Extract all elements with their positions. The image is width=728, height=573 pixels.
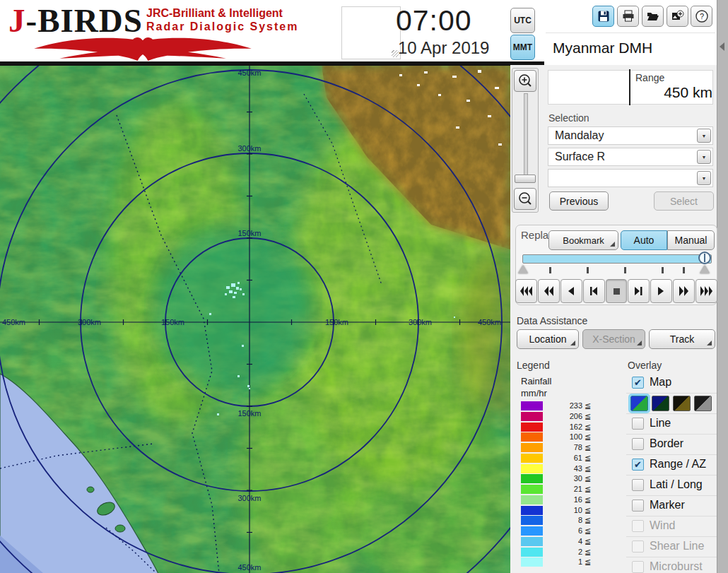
zoom-slider-track[interactable] — [524, 93, 528, 178]
logo-tagline-1: JRC-Brilliant & Intelligent — [146, 7, 283, 20]
overlay-item-lati-long[interactable]: Lati / Long — [626, 475, 717, 496]
select-button[interactable]: Select — [654, 191, 714, 211]
legend-row: 206≦ — [521, 412, 599, 422]
fastest-forward-button[interactable] — [695, 279, 717, 303]
rewind-button[interactable] — [538, 279, 560, 303]
range-ring-label: 150km — [161, 318, 184, 326]
zoom-in-button[interactable] — [514, 70, 536, 92]
radar-echo — [226, 286, 230, 289]
open-folder-button[interactable] — [642, 6, 664, 27]
eagle-logo-icon — [10, 35, 276, 61]
unchecked-checkbox-icon[interactable] — [632, 418, 644, 430]
overlay-item-marker[interactable]: Marker — [626, 496, 717, 516]
product-dropdown-arrow[interactable]: ▼ — [697, 150, 711, 164]
legend-operator: ≦ — [585, 432, 591, 442]
fast-forward-button[interactable] — [673, 279, 695, 303]
step-forward-icon — [632, 285, 645, 297]
previous-button[interactable]: Previous — [549, 191, 609, 211]
radar-echo — [242, 293, 245, 295]
overlay-item-microburst[interactable]: Microburst — [626, 557, 717, 573]
save-button[interactable] — [592, 6, 614, 27]
step-forward-button[interactable] — [628, 279, 650, 303]
range-ring-label: 450km — [2, 318, 25, 326]
mmt-button[interactable]: MMT — [510, 35, 535, 60]
play-forward-icon — [654, 285, 668, 297]
radar-echo — [237, 282, 240, 284]
legend-value: 2 — [544, 548, 582, 556]
manual-button[interactable]: Manual — [667, 230, 715, 250]
timeline-tick — [624, 267, 626, 273]
legend-value: 78 — [544, 443, 582, 451]
overlay-item-range-az[interactable]: ✔Range / AZ — [626, 455, 717, 475]
checked-checkbox-icon[interactable]: ✔ — [632, 377, 644, 389]
range-ring-label: 300km — [409, 318, 432, 326]
legend-operator: ≦ — [585, 506, 591, 515]
logo-birds: -BIRDS — [26, 2, 143, 39]
unchecked-checkbox-icon[interactable] — [632, 438, 644, 450]
legend-color-swatch — [521, 432, 543, 442]
panel-collapse-strip[interactable] — [717, 0, 728, 573]
zoom-slider-handle[interactable] — [515, 175, 536, 183]
map-style-swatch-3[interactable] — [673, 396, 691, 411]
overlay-item-shear-line[interactable]: Shear Line — [626, 537, 717, 557]
radar-echo — [249, 388, 250, 389]
site-dropdown-arrow[interactable]: ▼ — [697, 129, 711, 143]
clock-display-box[interactable] — [341, 6, 401, 59]
map-style-swatch-2[interactable] — [652, 396, 669, 411]
x-section-button[interactable]: X-Section — [582, 329, 645, 349]
legend-row: 4≦ — [521, 537, 599, 547]
jbirds-logo: J-BIRDS — [8, 4, 143, 37]
overlay-item-map[interactable]: ✔Map — [626, 373, 717, 394]
timeline-end-marker[interactable] — [700, 265, 710, 273]
playback-controls — [515, 279, 717, 303]
product-dropdown[interactable]: Surface R ▼ — [548, 148, 713, 166]
play-forward-button[interactable] — [650, 279, 672, 303]
help-button[interactable]: ? — [691, 6, 712, 27]
radar-map-display[interactable]: 450km300km150km150km300km450km450km300km… — [0, 65, 510, 573]
timeline-tick — [549, 267, 551, 273]
bookmark-button[interactable]: Bookmark — [548, 230, 618, 250]
print-button[interactable] — [617, 6, 639, 27]
map-style-swatch-4[interactable] — [694, 396, 712, 411]
add-image-button[interactable] — [667, 6, 688, 27]
timeline-tick — [662, 267, 664, 273]
overlay-item-line[interactable]: Line — [626, 414, 717, 435]
fastest-forward-icon — [700, 285, 713, 297]
legend-operator: ≦ — [585, 423, 591, 432]
location-button[interactable]: Location — [517, 329, 579, 349]
legend-row: 1≦ — [521, 557, 599, 567]
timeline-slider-handle[interactable] — [698, 252, 711, 264]
checked-checkbox-icon[interactable]: ✔ — [632, 459, 644, 471]
elevation-dropdown-arrow[interactable]: ▼ — [697, 171, 711, 185]
play-backward-button[interactable] — [560, 279, 582, 303]
timeline-start-marker[interactable] — [518, 265, 528, 273]
unchecked-checkbox-icon[interactable] — [632, 500, 644, 512]
legend-title-unit: mm/hr — [521, 388, 547, 398]
track-button[interactable]: Track — [649, 329, 715, 349]
radar-echo — [242, 345, 244, 347]
fast-rewind-button[interactable] — [515, 279, 537, 303]
elevation-dropdown[interactable]: ▼ — [548, 169, 713, 187]
legend-value: 4 — [544, 537, 582, 545]
overlay-item-wind[interactable]: Wind — [626, 516, 717, 537]
auto-button[interactable]: Auto — [621, 230, 667, 250]
legend-operator: ≦ — [585, 485, 591, 494]
stop-button[interactable] — [606, 279, 628, 303]
map-style-swatch-1[interactable] — [630, 396, 648, 411]
legend-operator: ≦ — [585, 401, 591, 410]
print-icon — [621, 9, 635, 23]
replay-timeline-slider[interactable] — [522, 254, 712, 264]
timeline-tick — [587, 267, 589, 273]
site-dropdown[interactable]: Mandalay ▼ — [548, 126, 713, 145]
overlay-item-label: Range / AZ — [650, 458, 706, 471]
legend-color-swatch — [521, 454, 543, 463]
radar-echo — [236, 287, 239, 290]
utc-button[interactable]: UTC — [510, 8, 535, 33]
legend-color-swatch — [521, 526, 543, 536]
unchecked-checkbox-icon[interactable] — [632, 479, 644, 491]
overlay-item-border[interactable]: Border — [626, 435, 717, 455]
range-ring-label: 300km — [237, 494, 261, 502]
legend-row: 43≦ — [521, 464, 599, 474]
step-backward-button[interactable] — [583, 279, 605, 303]
zoom-out-button[interactable] — [514, 188, 536, 210]
